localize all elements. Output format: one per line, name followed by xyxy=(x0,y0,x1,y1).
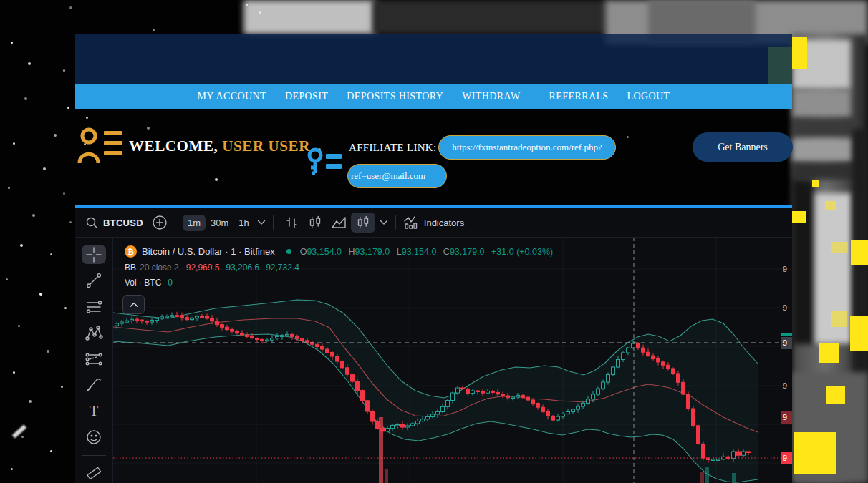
price-axis-label: 9 xyxy=(781,380,792,392)
pattern-xabcd-tool-button[interactable] xyxy=(82,323,106,342)
chart-style-hollow-candles-icon xyxy=(356,215,370,230)
toolbar-separator xyxy=(175,215,175,230)
bokeh-dot xyxy=(21,436,24,438)
legend-bb-row[interactable]: BB 20 close 2 92,969.5 93,206.6 92,732.4 xyxy=(125,263,557,273)
nav-my-account[interactable]: MY ACCOUNT xyxy=(188,91,276,102)
measure-tool-button[interactable] xyxy=(82,464,106,483)
chart-toolbar: BTCUSD 1m 30m 1h xyxy=(75,208,792,238)
bokeh-dot xyxy=(32,214,35,217)
falling-yellow-square xyxy=(831,311,847,327)
crosshair-icon xyxy=(85,246,102,263)
interval-30m-button[interactable]: 30m xyxy=(206,215,233,231)
bokeh-dot xyxy=(24,97,27,100)
bokeh-dot xyxy=(153,29,155,31)
price-axis-label: 9 xyxy=(781,411,792,424)
falling-yellow-square xyxy=(792,211,806,223)
bokeh-dot xyxy=(43,167,46,170)
chart-style-bars-icon[interactable] xyxy=(285,215,299,230)
ohlc-values: O93,154.0 H93,179.0 L93,154.0 C93,179.0 … xyxy=(300,247,558,257)
falling-yellow-square xyxy=(812,180,819,187)
interval-1h-button[interactable]: 1h xyxy=(233,215,254,231)
legend-collapse-button[interactable] xyxy=(122,295,145,314)
ruler-icon xyxy=(85,464,102,482)
price-axis-label: 9 xyxy=(781,302,792,314)
fib-lines-icon xyxy=(85,298,102,316)
legend-symbol-row[interactable]: ₿ Bitcoin / U.S. Dollar · 1 · Bitfinex O… xyxy=(125,245,557,258)
bokeh-dot xyxy=(13,142,15,145)
get-banners-button[interactable]: Get Banners xyxy=(693,132,793,162)
bokeh-dot xyxy=(54,134,57,137)
bokeh-dot xyxy=(28,62,31,65)
username: USER USER xyxy=(222,137,310,155)
change-value: +31.0 (+0.03%) xyxy=(491,247,553,257)
bokeh-dot xyxy=(63,192,65,195)
interval-menu-chevron-icon[interactable] xyxy=(257,220,266,225)
header-band xyxy=(75,34,792,84)
falling-yellow-square xyxy=(831,242,848,253)
crosshair-tool-button[interactable] xyxy=(82,245,106,264)
symbol-title: Bitcoin / U.S. Dollar · 1 · Bitfinex xyxy=(142,246,275,257)
bokeh-dot xyxy=(8,187,10,189)
indicators-button[interactable]: Indicators xyxy=(424,218,464,228)
bokeh-dot xyxy=(11,42,13,44)
falling-yellow-square xyxy=(851,240,868,265)
bokeh-dot xyxy=(29,400,32,403)
bokeh-dot xyxy=(47,350,49,353)
smiley-icon xyxy=(85,429,102,446)
projection-tool-button[interactable] xyxy=(82,349,106,369)
text-tool-button[interactable]: T xyxy=(82,401,106,421)
nav-deposits-history[interactable]: DEPOSITS HISTORY xyxy=(337,91,453,102)
search-icon[interactable] xyxy=(85,216,98,229)
affiliate-key-icon xyxy=(307,147,344,179)
toolbar-separator xyxy=(273,215,274,230)
trend-line-icon xyxy=(85,272,102,289)
style-menu-chevron-icon[interactable] xyxy=(380,220,388,225)
fib-retracement-tool-button[interactable] xyxy=(82,297,106,316)
legend-volume-row[interactable]: Vol · BTC 0 xyxy=(125,278,557,288)
nav-logout[interactable]: LOGOUT xyxy=(618,91,680,102)
falling-yellow-square xyxy=(850,316,868,351)
chart-style-hollow-candles-button[interactable] xyxy=(351,213,375,233)
bokeh-dot xyxy=(246,4,248,6)
falling-yellow-square xyxy=(792,37,807,69)
text-tool-icon: T xyxy=(85,402,102,419)
indicators-icon[interactable] xyxy=(403,215,419,230)
trading-chart-panel: BTCUSD 1m 30m 1h xyxy=(75,208,792,483)
symbol-search-button[interactable]: BTCUSD xyxy=(103,218,143,228)
price-axis-label: 9 xyxy=(781,337,792,349)
top-navigation: MY ACCOUNT DEPOSIT DEPOSITS HISTORY WITH… xyxy=(75,84,792,109)
chevron-up-icon xyxy=(130,302,138,308)
affiliate-url-field[interactable]: https://fxinstantradeoption.com/ref.php? xyxy=(438,135,616,160)
bokeh-dot xyxy=(67,107,69,109)
bokeh-dot xyxy=(6,278,8,280)
bokeh-dot xyxy=(18,325,20,327)
falling-yellow-square xyxy=(825,201,836,210)
compare-add-icon[interactable] xyxy=(152,215,168,230)
bokeh-dot xyxy=(39,293,42,296)
drawing-tool-rail: T xyxy=(75,238,113,483)
affiliate-ref-field[interactable]: ref=user@mail.com xyxy=(347,164,447,188)
nav-deposit[interactable]: DEPOSIT xyxy=(276,91,337,102)
bokeh-dot xyxy=(50,450,52,452)
bokeh-dot xyxy=(64,307,67,309)
brush-tool-button[interactable] xyxy=(82,375,106,394)
chart-style-area-icon[interactable] xyxy=(331,215,347,230)
user-menu-icon xyxy=(77,127,124,165)
interval-1m-button[interactable]: 1m xyxy=(183,215,206,231)
brush-icon xyxy=(85,376,103,394)
emoji-tool-button[interactable] xyxy=(82,427,106,447)
bokeh-dot xyxy=(13,371,15,374)
nav-withdraw[interactable]: WITHDRAW xyxy=(453,91,529,102)
bokeh-dot xyxy=(50,253,52,255)
chart-style-candles-icon[interactable] xyxy=(308,215,322,230)
price-axis-label: 9 xyxy=(781,263,792,275)
chart-legend: ₿ Bitcoin / U.S. Dollar · 1 · Bitfinex O… xyxy=(125,245,557,293)
bokeh-dot xyxy=(259,11,261,14)
trend-line-tool-button[interactable] xyxy=(82,270,106,290)
projection-icon xyxy=(85,351,103,368)
main-panel: MY ACCOUNT DEPOSIT DEPOSITS HISTORY WITH… xyxy=(75,34,792,483)
svg-text:T: T xyxy=(90,403,98,419)
tool-rail-divider xyxy=(82,455,106,456)
light-streak xyxy=(12,424,26,438)
nav-referrals[interactable]: REFERRALS xyxy=(540,91,618,102)
